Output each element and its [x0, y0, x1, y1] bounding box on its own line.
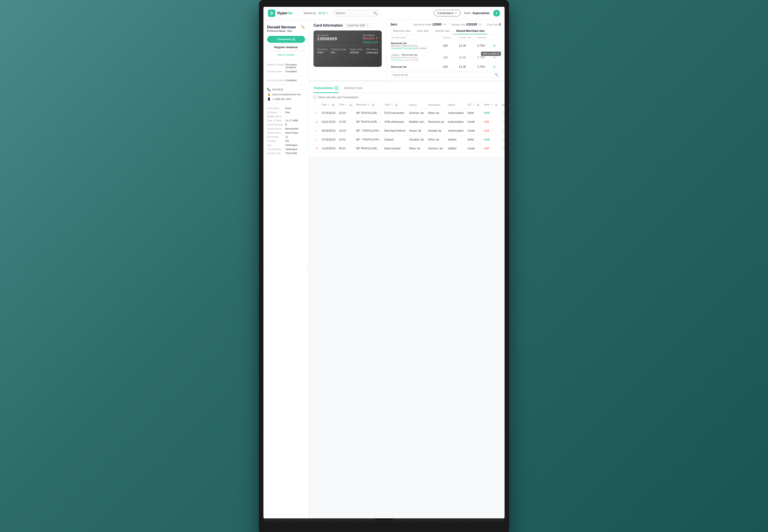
jar-info-2: Hidden Reserved Jar Merchant: Reserved S… [391, 53, 443, 61]
row-dc: Debit [466, 109, 482, 118]
row-date: 01/01/2018 [320, 118, 337, 126]
jar-info-3: Reserved Jar [391, 65, 443, 68]
row-status-indicator: ✕ [313, 118, 320, 126]
sidebar-divider-1 [267, 60, 305, 60]
tab-merchant-jars[interactable]: Merchant Jars [390, 28, 414, 34]
card-widget-details-row: Card Pan *5467 Product Code 001 Expiry D… [317, 45, 378, 54]
card-info-section: Card Information Card Pan 5467 ▼ HJ Card… [309, 20, 386, 80]
jar-filter-icon-2[interactable]: ⊞ [493, 56, 500, 59]
notes-icon[interactable]: ≡ [502, 120, 505, 124]
row-notes[interactable]: ≡ [500, 118, 505, 126]
card-status-block: Card Status Blocked ▼ Replace Card [363, 34, 378, 43]
email-icon: 🔒 [267, 93, 271, 96]
status-check-icon: ✓ [315, 111, 318, 115]
row-status: Authorisation [446, 109, 466, 118]
dc-filter-icon[interactable]: ▦ [476, 103, 480, 107]
replace-card-link[interactable]: Replace Card [363, 40, 378, 43]
jars-section: Jars Spending Power £2000 .00 Storage Ja… [386, 20, 505, 80]
row-type: Bank transfer [382, 144, 407, 153]
tab-shared-jars[interactable]: Shared Jars [432, 28, 453, 34]
sidebar-field-house-name: House NameMyhousefef [263, 127, 309, 131]
ask-to-contact-link[interactable]: Ask to contact [263, 52, 309, 58]
card-id-label: HJ Card ID [317, 34, 337, 37]
row-source: Summer Jar [407, 109, 426, 118]
tab-shared-merchant-jars[interactable]: Shared Merchant Jars [453, 28, 488, 34]
card-id-value: 13000009 [317, 37, 337, 41]
jar-col-rewards: Rewards [477, 36, 493, 39]
show-only-checkbox-row: Show only this user Transactions [313, 96, 500, 99]
value-sort-icon[interactable]: ⇅ [491, 104, 493, 106]
jars-title: Jars [390, 22, 397, 26]
date-sort-icon[interactable]: ⇅ [328, 104, 330, 106]
table-row[interactable]: ✕ 11/30/2018 08:21 BP TRAFALGAR... Bank … [313, 144, 505, 153]
email-field: 🔒 may.murray@hotmail.com [263, 92, 309, 97]
time-sort-icon[interactable]: ⇅ [345, 104, 347, 106]
row-notes[interactable]: ≡1 [500, 126, 505, 135]
comments-button[interactable]: Comments (3) [267, 36, 305, 43]
jar-col-balance: Balance [443, 36, 459, 39]
add-transaction-icon[interactable]: + [334, 86, 338, 90]
row-destination: Reserved Jar [426, 118, 446, 126]
jar-filter-icon-1[interactable]: ⊞ [493, 44, 500, 47]
show-only-checkbox[interactable] [313, 96, 316, 99]
jar-row: Reserved Jar Merchant: Reserved Shop Ama… [390, 40, 501, 52]
row-notes[interactable]: ≡ [500, 135, 505, 144]
row-merchant: BP - TRAFALGAR... [354, 135, 382, 144]
type-sort-icon[interactable]: ⇅ [391, 104, 393, 106]
main-panel: Card Information Card Pan 5467 ▼ HJ Card… [309, 20, 505, 518]
table-row[interactable]: ✓ 08/28/2018 18:19 BP - TRAFALGAR... Mer… [313, 126, 505, 135]
tab-transactions[interactable]: Transactions + [313, 86, 338, 93]
preferred-name: Preferred Name Don [267, 30, 305, 32]
table-row[interactable]: ✕ 01/01/2018 15:35 BP TRAFALGAR ... ATM … [313, 118, 505, 126]
jar-search-input[interactable] [393, 73, 494, 76]
avatar[interactable]: S [493, 10, 500, 17]
transactions-tabs: Transactions + Activity Feed [313, 86, 500, 93]
mobile-icon: 📱 [267, 97, 271, 101]
edit-icon[interactable]: ✏️ [301, 25, 305, 29]
main-content: ◀ ✏️ Donald Norman Preferred Name Don Co… [263, 20, 505, 518]
merchant-filter-icon[interactable]: ▦ [371, 103, 375, 107]
card-status-chevron-icon: ▼ [375, 37, 378, 40]
row-status-indicator: ✓ [313, 109, 320, 118]
jar-merchant-link-1[interactable]: Amacheah Chukwudi [391, 47, 413, 50]
card-pan-value: 5467 [360, 24, 366, 27]
table-row[interactable]: ✓ 07/28/2018 19:31 BP - TRAFALGAR... Dep… [313, 135, 505, 144]
time-filter-icon[interactable]: ▦ [349, 103, 352, 107]
type-filter-icon[interactable]: ▦ [395, 103, 398, 107]
jar-merchant-link-2[interactable]: Philip Becker [391, 59, 404, 61]
row-date: 08/28/2018 [320, 126, 337, 135]
sidebar-field-city: CityTeddington [263, 143, 309, 147]
tab-activity-feed[interactable]: Activity Feed [344, 86, 362, 93]
row-notes[interactable]: ≡3 [500, 109, 505, 118]
chevron-down-icon: ▼ [326, 12, 328, 14]
row-value: -£30 [482, 118, 500, 126]
transactions-section: Transactions + Activity Feed Show only t… [309, 82, 505, 157]
merchant-sort-icon[interactable]: ⇅ [368, 104, 370, 106]
jars-header: Jars Spending Power £2000 .00 Storage Ja… [390, 22, 501, 26]
jar-filter-icon-3[interactable]: ⊞ [493, 65, 500, 68]
row-status-indicator: ✓ [313, 135, 320, 144]
table-row[interactable]: ✓ 07/16/2018 10:24 BP TRAFALGAR ... POS … [313, 109, 505, 118]
card-id-block: HJ Card ID 13000009 [317, 34, 337, 43]
notes-icon[interactable]: ≡3 [502, 111, 505, 115]
sidebar-collapse-button[interactable]: ◀ [307, 265, 309, 273]
row-value: -£50 [482, 144, 500, 153]
register-feedback-button[interactable]: Register feedback [267, 44, 305, 51]
notes-icon[interactable]: ≡1 [502, 129, 505, 133]
row-time: 18:19 [337, 126, 354, 135]
row-notes[interactable]: ≡ [500, 144, 505, 153]
dc-sort-icon[interactable]: ⇅ [473, 104, 475, 106]
row-time: 19:31 [337, 135, 354, 144]
cardholders-button[interactable]: Cardholders ▼ [434, 10, 461, 16]
row-status: Settled [446, 144, 466, 153]
date-filter-icon[interactable]: ▦ [331, 103, 335, 107]
notes-icon[interactable]: ≡ [502, 138, 505, 142]
search-by-selector[interactable]: Search by HJ ID ▼ [303, 12, 328, 15]
row-dc: Debit [466, 135, 482, 144]
search-input[interactable] [332, 9, 379, 17]
tab-user-jars[interactable]: User Jars [414, 28, 432, 34]
value-filter-icon[interactable]: ▦ [494, 103, 498, 107]
spending-power-item: Spending Power £2000 .00 [413, 23, 446, 26]
notes-icon[interactable]: ≡ [502, 146, 505, 151]
jar-col-growth: Growth rate [459, 36, 477, 39]
